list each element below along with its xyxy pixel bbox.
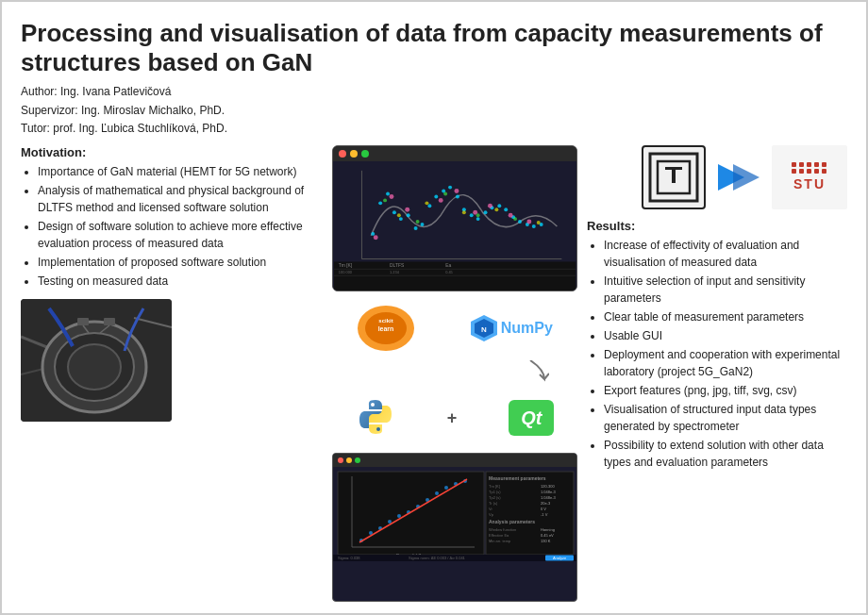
poster-container: Processing and visualisation of data fro… — [0, 0, 868, 615]
numpy-logo: N NumPy — [471, 315, 553, 341]
qt-logo: Qt — [509, 400, 554, 436]
dot6 — [792, 169, 796, 174]
motivation-item-4: Implementation of proposed software solu… — [38, 254, 323, 271]
svg-text:Effective Ea: Effective Ea — [489, 533, 509, 538]
close-dot — [339, 150, 346, 158]
svg-point-46 — [509, 213, 513, 218]
svg-point-89 — [444, 486, 448, 490]
authors-block: Author: Ing. Ivana Patlevičová Supervizo… — [21, 83, 847, 138]
arrow-svg — [718, 157, 760, 198]
motivation-title: Motivation: — [21, 145, 323, 159]
sklearn-svg: scikit learn — [357, 305, 415, 352]
dot9 — [814, 169, 819, 174]
arrow-logo — [715, 145, 762, 209]
center-column: Tm [K] DLTFS Ea 100.000 1.234 0.45 — [332, 145, 577, 602]
left-column: Motivation: Importance of GaN material (… — [21, 145, 323, 602]
svg-rect-58 — [334, 261, 576, 291]
svg-text:Vp: Vp — [489, 512, 494, 517]
svg-point-30 — [484, 210, 488, 214]
top-logos-row: scikit learn N NumPy — [332, 299, 577, 357]
svg-point-14 — [371, 232, 375, 236]
result-item-8: Possibility to extend solution with othe… — [604, 437, 847, 471]
svg-point-84 — [397, 514, 401, 518]
svg-text:-1 V: -1 V — [541, 512, 548, 517]
svg-text:Tr (s): Tr (s) — [489, 501, 498, 506]
svg-point-55 — [462, 210, 466, 214]
poster-title: Processing and visualisation of data fro… — [21, 19, 847, 77]
svg-point-15 — [378, 201, 382, 205]
svg-point-88 — [435, 491, 439, 495]
svg-text:1.048e-3: 1.048e-3 — [541, 490, 557, 494]
app-screenshot-top: Tm [K] DLTFS Ea 100.000 1.234 0.45 — [332, 145, 577, 291]
tu-logo — [642, 145, 706, 209]
svg-text:1.234: 1.234 — [390, 270, 400, 274]
svg-point-18 — [399, 217, 403, 221]
svg-point-48 — [383, 198, 387, 202]
svg-point-74 — [371, 403, 375, 407]
dot8 — [807, 169, 811, 174]
svg-text:Tm [K]: Tm [K] — [339, 263, 353, 268]
dot7 — [799, 169, 804, 174]
supervisor-line: Supervizor: Ing. Miroslav Michalko, PhD. — [21, 102, 847, 120]
numpy-text: NumPy — [501, 320, 553, 337]
sklearn-logo: scikit learn — [357, 305, 415, 352]
svg-point-49 — [416, 220, 420, 224]
result-item-1: Increase of effectivity of evaluation an… — [604, 237, 847, 271]
svg-text:Analysis parameters: Analysis parameters — [489, 519, 535, 524]
fullscreen-dot-2 — [355, 457, 360, 463]
left-bottom — [21, 291, 323, 422]
author-line: Author: Ing. Ivana Patlevičová — [21, 83, 847, 101]
stu-label: STU — [793, 176, 826, 191]
python-qt-row: + Qt — [332, 391, 577, 445]
svg-point-23 — [434, 194, 438, 198]
svg-text:1.048e-3: 1.048e-3 — [541, 495, 557, 500]
svg-point-33 — [504, 208, 508, 211]
result-item-6: Export features (png, jpg, tiff, svg, cs… — [604, 382, 847, 399]
device-svg — [21, 299, 172, 422]
svg-text:scikit: scikit — [379, 318, 393, 324]
svg-rect-8 — [104, 318, 115, 325]
svg-text:Min arr. temp: Min arr. temp — [489, 539, 511, 543]
app-screenshot-bottom: Energy [eV] Measurement parameters Tm [K… — [332, 453, 577, 602]
plus-sign: + — [447, 408, 458, 428]
svg-marker-126 — [733, 164, 760, 191]
svg-point-21 — [421, 223, 425, 226]
institution-logos: STU — [587, 145, 847, 209]
stu-dots-grid — [792, 162, 827, 174]
svg-text:Tp2 (s): Tp2 (s) — [489, 495, 501, 500]
svg-point-39 — [374, 235, 378, 240]
svg-point-40 — [390, 194, 394, 199]
motivation-item-2: Analysis of mathematical and physical ba… — [38, 182, 323, 216]
svg-text:130 K: 130 K — [541, 539, 551, 543]
svg-point-29 — [476, 217, 480, 221]
svg-point-52 — [513, 217, 517, 221]
result-item-4: Usable GUI — [604, 327, 847, 344]
svg-point-35 — [518, 220, 522, 224]
dot5 — [822, 162, 826, 167]
curved-arrow — [511, 360, 549, 389]
svg-text:learn: learn — [378, 325, 394, 332]
python-svg — [356, 397, 395, 437]
svg-point-54 — [425, 201, 428, 205]
mac-titlebar-2 — [333, 454, 576, 467]
tutor-line: Tutor: prof. Ing. Ľubica Stuchlíková, Ph… — [21, 120, 847, 138]
motivation-item-1: Importance of GaN material (HEMT for 5G … — [38, 163, 323, 180]
numpy-icon: N — [471, 315, 497, 341]
svg-text:Hanning: Hanning — [541, 527, 555, 532]
svg-text:Sigma: 0.038: Sigma: 0.038 — [338, 556, 360, 560]
svg-text:20e-3: 20e-3 — [541, 501, 551, 506]
svg-text:DLTFS: DLTFS — [390, 263, 405, 268]
result-item-3: Clear table of measurement parameters — [604, 308, 847, 325]
dot10 — [822, 169, 826, 174]
svg-text:0 V: 0 V — [541, 507, 546, 511]
svg-text:Window function: Window function — [489, 527, 516, 532]
svg-text:Measurement parameters: Measurement parameters — [489, 475, 546, 481]
dot3 — [807, 162, 811, 167]
fullscreen-dot — [361, 150, 369, 158]
scatter-chart-2: Energy [eV] Measurement parameters Tm [K… — [333, 467, 577, 561]
svg-text:Ea: Ea — [445, 263, 451, 268]
svg-point-17 — [392, 210, 396, 214]
svg-point-28 — [470, 213, 474, 217]
svg-text:Tp1 (s): Tp1 (s) — [489, 490, 501, 494]
svg-point-47 — [526, 220, 531, 224]
